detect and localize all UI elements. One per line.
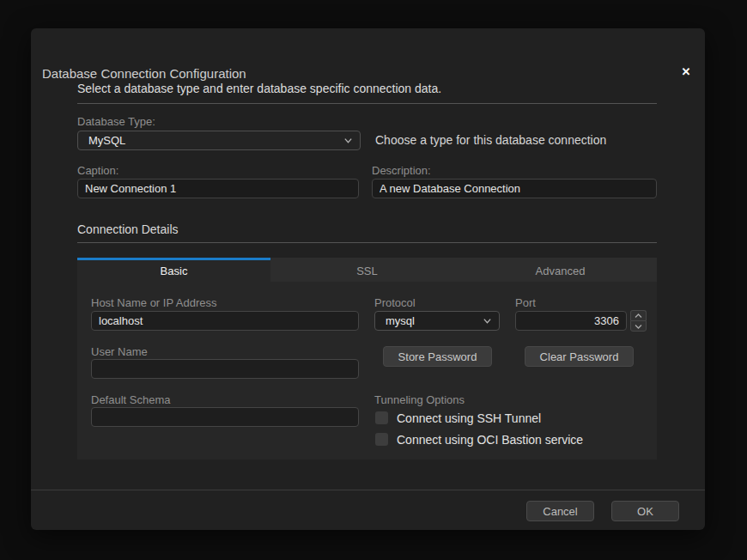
database-connection-dialog: Database Connection Configuration ✕ Sele… — [31, 28, 705, 530]
footer-divider — [31, 490, 705, 490]
chevron-down-icon — [343, 136, 353, 145]
protocol-select[interactable]: mysql — [374, 311, 500, 331]
dialog-subtitle: Select a database type and enter databas… — [77, 82, 657, 104]
stepper-up-icon[interactable] — [630, 310, 647, 320]
close-icon[interactable]: ✕ — [678, 64, 694, 80]
chevron-down-icon — [483, 316, 492, 326]
basic-tab-panel: Host Name or IP Address Protocol mysql P… — [77, 282, 657, 460]
host-input[interactable] — [91, 311, 359, 331]
tunneling-options-label: Tunneling Options — [374, 393, 465, 406]
protocol-value: mysql — [382, 314, 483, 327]
clear-password-button[interactable]: Clear Password — [525, 346, 634, 367]
username-input[interactable] — [91, 359, 359, 379]
ssh-tunnel-checkbox[interactable] — [375, 411, 388, 424]
oci-bastion-checkbox[interactable] — [375, 433, 388, 446]
protocol-label: Protocol — [374, 296, 416, 309]
section-divider — [77, 242, 657, 243]
stepper-down-icon[interactable] — [630, 320, 647, 332]
connection-tabs: Basic SSL Advanced — [77, 258, 657, 282]
tab-advanced[interactable]: Advanced — [464, 258, 657, 282]
default-schema-input[interactable] — [91, 407, 359, 427]
tab-basic[interactable]: Basic — [77, 258, 270, 282]
username-label: User Name — [91, 345, 148, 358]
host-label: Host Name or IP Address — [91, 296, 216, 309]
description-label: Description: — [372, 164, 431, 177]
database-type-helper-text: Choose a type for this database connecti… — [375, 133, 606, 147]
database-type-value: MySQL — [85, 134, 343, 147]
connection-details-heading: Connection Details — [77, 222, 179, 236]
tab-ssl[interactable]: SSL — [270, 258, 464, 282]
port-label: Port — [515, 296, 536, 309]
port-input[interactable] — [515, 311, 627, 331]
oci-bastion-checkbox-label: Connect using OCI Bastion service — [397, 433, 583, 447]
port-stepper — [630, 310, 647, 332]
database-type-label: Database Type: — [77, 115, 155, 128]
ssh-tunnel-checkbox-label: Connect using SSH Tunnel — [397, 411, 541, 425]
default-schema-label: Default Schema — [91, 393, 171, 406]
cancel-button[interactable]: Cancel — [526, 501, 594, 521]
dialog-title: Database Connection Configuration — [42, 66, 246, 81]
caption-label: Caption: — [77, 164, 118, 177]
caption-input[interactable] — [77, 179, 359, 198]
description-input[interactable] — [372, 179, 657, 198]
ok-button[interactable]: OK — [611, 501, 679, 521]
database-type-select[interactable]: MySQL — [77, 131, 361, 150]
store-password-button[interactable]: Store Password — [383, 346, 492, 367]
